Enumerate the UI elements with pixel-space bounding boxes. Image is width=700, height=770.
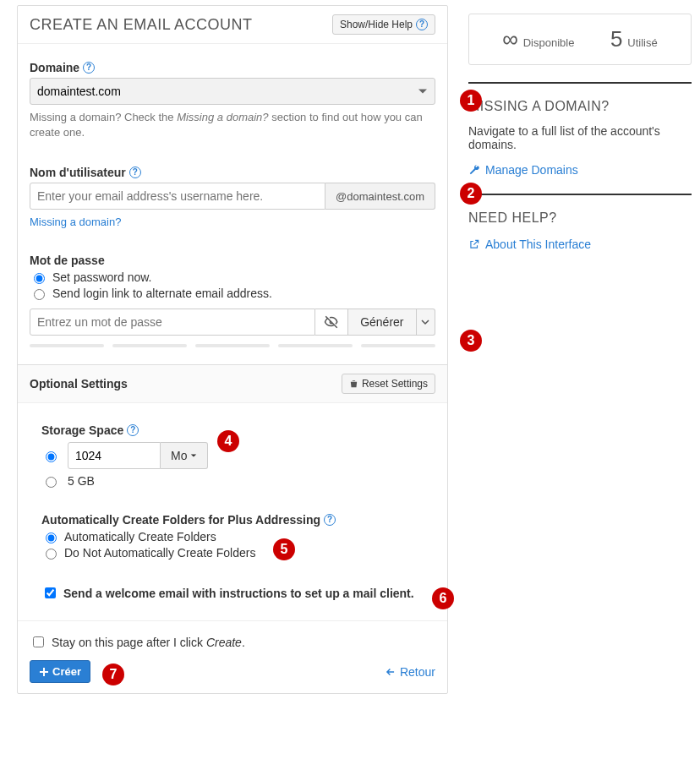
available-value: ∞ xyxy=(502,26,518,52)
missing-domain-title: Missing a Domain? xyxy=(468,99,692,114)
missing-domain-text: Navigate to a full list of the account's… xyxy=(468,124,692,151)
password-link-radio[interactable] xyxy=(34,289,45,300)
domain-select[interactable]: domaintest.com xyxy=(30,78,435,105)
password-strength-meter xyxy=(30,344,435,347)
help-icon[interactable]: ? xyxy=(127,424,139,436)
toggle-help-button[interactable]: Show/Hide Help ? xyxy=(332,14,435,35)
eye-off-icon xyxy=(324,314,339,330)
storage-preset-radio[interactable] xyxy=(46,477,57,488)
storage-label: Storage Space xyxy=(41,423,123,437)
chevron-down-icon xyxy=(421,318,429,326)
username-addon: @domaintest.com xyxy=(325,183,435,210)
wrench-icon xyxy=(468,164,480,176)
toggle-visibility-button[interactable] xyxy=(315,309,348,336)
folders-noauto-label: Do Not Automatically Create Folders xyxy=(64,546,255,560)
help-icon: ? xyxy=(416,19,428,30)
about-interface-link[interactable]: About This Interface xyxy=(468,238,692,251)
manage-domains-link[interactable]: Manage Domains xyxy=(468,163,692,177)
password-now-radio[interactable] xyxy=(34,273,45,284)
folders-auto-radio[interactable] xyxy=(46,532,57,543)
storage-preset-label: 5 GB xyxy=(68,474,95,488)
domain-label: Domaine xyxy=(30,61,79,74)
help-icon[interactable]: ? xyxy=(129,167,141,178)
used-value: 5 xyxy=(610,26,622,52)
caret-down-icon xyxy=(190,452,197,459)
need-help-title: Need Help? xyxy=(468,210,692,226)
reset-settings-button[interactable]: Reset Settings xyxy=(342,374,435,394)
password-input[interactable] xyxy=(30,309,315,336)
optional-settings-title: Optional Settings xyxy=(30,377,128,390)
username-input[interactable] xyxy=(30,183,325,210)
used-label: Utilisé xyxy=(627,36,657,49)
generate-password-options[interactable] xyxy=(417,309,435,336)
password-label: Mot de passe xyxy=(30,254,105,267)
folders-noauto-radio[interactable] xyxy=(46,549,57,560)
stay-on-page-checkbox[interactable] xyxy=(33,636,44,647)
page-title: Create an Email Account xyxy=(30,16,253,34)
trash-icon xyxy=(349,379,358,389)
username-label: Nom d'utilisateur xyxy=(30,166,126,179)
plus-icon xyxy=(39,667,49,677)
welcome-email-label: Send a welcome email with instructions t… xyxy=(63,587,414,600)
help-icon[interactable]: ? xyxy=(324,514,336,526)
available-label: Disponible xyxy=(523,36,575,49)
domain-hint: Missing a domain? Check the Missing a do… xyxy=(30,110,435,140)
storage-unit-select[interactable]: Mo xyxy=(161,442,208,469)
back-link[interactable]: Retour xyxy=(385,665,435,679)
arrow-left-icon xyxy=(385,666,396,678)
help-icon[interactable]: ? xyxy=(83,62,95,74)
create-button[interactable]: Créer xyxy=(30,660,90,683)
generate-password-button[interactable]: Générer xyxy=(348,309,416,336)
external-link-icon xyxy=(468,238,480,250)
password-link-label: Send login link to alternate email addre… xyxy=(52,287,272,300)
missing-domain-link[interactable]: Missing a domain? xyxy=(30,216,121,228)
password-now-label: Set password now. xyxy=(52,270,152,284)
welcome-email-checkbox[interactable] xyxy=(45,587,56,598)
stay-on-page-label: Stay on this page after I click Create. xyxy=(52,636,245,649)
storage-custom-radio[interactable] xyxy=(46,451,57,462)
folders-label: Automatically Create Folders for Plus Ad… xyxy=(41,513,320,527)
folders-auto-label: Automatically Create Folders xyxy=(64,530,216,543)
annotation-marker: 3 xyxy=(460,330,482,352)
storage-input[interactable] xyxy=(68,442,161,469)
